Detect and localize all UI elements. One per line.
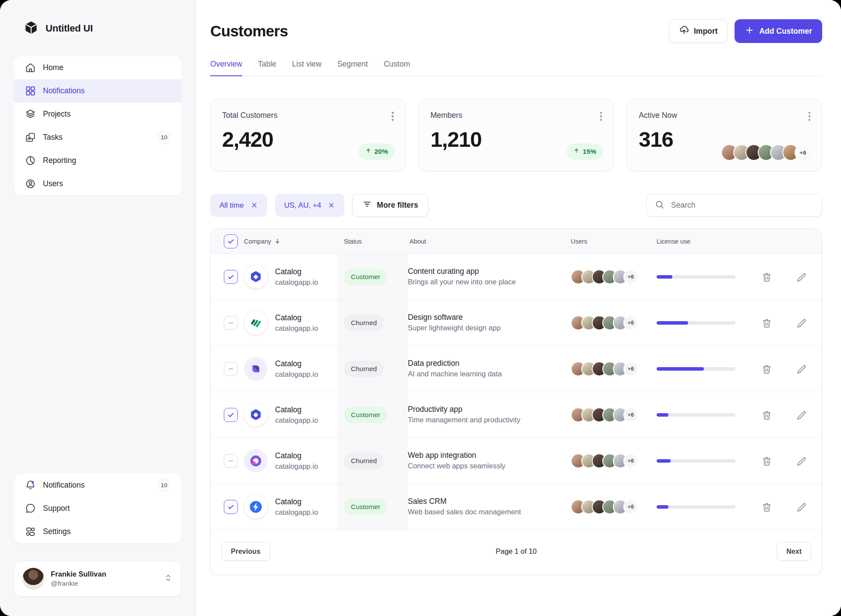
pencil-icon <box>796 410 807 421</box>
column-header-company[interactable]: Company <box>244 237 281 245</box>
about-title: Data prediction <box>408 359 459 368</box>
change-badge: 20% <box>359 143 395 160</box>
sidebar-item-label: Reporting <box>43 156 76 165</box>
delete-button[interactable] <box>760 408 774 422</box>
trash-icon <box>761 272 772 283</box>
sidebar-item-reporting[interactable]: Reporting <box>14 149 181 172</box>
table-row: Catalogcatalogapp.io Customer Content cu… <box>211 254 822 300</box>
tab-segment[interactable]: Segment <box>337 60 368 76</box>
search-input[interactable] <box>670 200 813 210</box>
sidebar-item-projects[interactable]: Projects <box>14 103 181 126</box>
delete-button[interactable] <box>760 362 774 376</box>
row-checkbox[interactable] <box>224 362 238 376</box>
pencil-icon <box>796 456 807 467</box>
pie-chart-icon <box>25 155 36 166</box>
sidebar-item-users[interactable]: Users <box>14 172 181 195</box>
about-subtitle: Web based sales doc management <box>408 508 521 516</box>
search-box <box>646 194 822 217</box>
notifications-count-badge: 10 <box>157 478 171 492</box>
avatar-group: +6 <box>571 269 638 284</box>
company-domain: catalogapp.io <box>275 370 318 378</box>
pencil-icon <box>796 364 807 375</box>
stat-card-members: Members 1,210 15% <box>419 99 614 172</box>
arrow-up-icon <box>365 148 371 156</box>
company-domain: catalogapp.io <box>275 416 318 424</box>
edit-button[interactable] <box>794 270 809 284</box>
tab-custom[interactable]: Custom <box>384 60 410 76</box>
sidebar-item-home[interactable]: Home <box>14 56 181 79</box>
sidebar-item-label: Home <box>43 63 64 72</box>
delete-button[interactable] <box>760 270 774 284</box>
company-name: Catalog <box>275 497 301 506</box>
trash-icon <box>761 502 772 513</box>
select-all-checkbox[interactable] <box>224 234 238 248</box>
edit-button[interactable] <box>794 362 809 376</box>
chevron-selector-icon <box>163 573 173 584</box>
delete-button[interactable] <box>760 500 774 514</box>
table-row: Catalogcatalogapp.io Churned Design soft… <box>211 300 822 346</box>
user-circle-icon <box>25 178 36 190</box>
filter-chip-countries[interactable]: US, AU, +4 <box>275 194 345 217</box>
home-icon <box>25 62 36 74</box>
filter-chip-all-time[interactable]: All time <box>210 194 267 217</box>
more-filters-button[interactable]: More filters <box>352 194 428 217</box>
sidebar-item-tasks[interactable]: Tasks 10 <box>14 126 181 149</box>
tab-list-view[interactable]: List view <box>292 60 322 76</box>
row-checkbox[interactable] <box>224 454 238 468</box>
sidebar-item-notifications-bottom[interactable]: Notifications 10 <box>14 474 181 497</box>
table-header: Company Status About Users License use <box>211 229 822 254</box>
secondary-nav: Notifications 10 Support Settings <box>14 474 181 543</box>
sidebar-item-label: Projects <box>43 110 71 119</box>
status-badge: Customer <box>344 499 387 515</box>
sidebar-item-support[interactable]: Support <box>14 497 181 520</box>
kebab-menu-icon[interactable] <box>807 110 813 123</box>
license-progress-bar <box>657 459 735 463</box>
primary-nav: Home Notifications Projects Tasks 10 Rep… <box>14 56 181 195</box>
sidebar-item-settings[interactable]: Settings <box>14 520 181 543</box>
pencil-icon <box>796 318 807 329</box>
sidebar-item-notifications[interactable]: Notifications <box>14 79 181 103</box>
status-badge: Customer <box>344 269 387 285</box>
delete-button[interactable] <box>760 454 774 468</box>
change-badge: 15% <box>567 143 603 160</box>
about-subtitle: Brings all your new into one place <box>408 278 516 286</box>
tab-overview[interactable]: Overview <box>210 60 242 76</box>
column-header-about: About <box>410 238 426 245</box>
tab-table[interactable]: Table <box>258 60 276 76</box>
import-button[interactable]: Import <box>669 19 728 43</box>
column-header-status: Status <box>344 238 362 245</box>
avatar-group: +6 <box>571 499 638 514</box>
delete-button[interactable] <box>760 316 774 330</box>
company-logo-donut <box>244 449 268 473</box>
customers-table: Company Status About Users License use C… <box>210 228 822 575</box>
avatar-overflow-count: +6 <box>623 407 638 422</box>
table-footer: Previous Page 1 of 10 Next <box>211 530 822 574</box>
edit-button[interactable] <box>794 500 809 514</box>
row-checkbox[interactable] <box>224 270 238 284</box>
stat-label: Active Now <box>639 111 810 120</box>
next-page-button[interactable]: Next <box>777 542 811 561</box>
edit-button[interactable] <box>794 408 809 422</box>
close-icon[interactable] <box>251 202 258 209</box>
about-title: Productivity app <box>408 405 463 414</box>
row-checkbox[interactable] <box>224 316 238 330</box>
edit-button[interactable] <box>794 316 809 330</box>
company-domain: catalogapp.io <box>275 278 318 286</box>
profile-card[interactable]: Frankie Sullivan @frankie <box>14 561 181 597</box>
company-domain: catalogapp.io <box>275 462 318 470</box>
row-checkbox[interactable] <box>224 500 238 514</box>
avatar-group: +6 <box>571 407 638 422</box>
row-checkbox[interactable] <box>224 408 238 422</box>
edit-button[interactable] <box>794 454 809 468</box>
kebab-menu-icon[interactable] <box>598 110 604 123</box>
close-icon[interactable] <box>328 202 335 209</box>
avatar-overflow-count: +6 <box>623 499 638 514</box>
previous-page-button[interactable]: Previous <box>221 542 270 561</box>
about-title: Web app integration <box>408 451 476 460</box>
avatar-overflow-count: +6 <box>623 361 638 376</box>
sort-arrow-down-icon <box>274 237 281 245</box>
status-badge: Churned <box>344 453 384 469</box>
kebab-menu-icon[interactable] <box>390 110 396 123</box>
add-customer-button[interactable]: Add Customer <box>735 19 822 43</box>
company-logo-hexagon <box>244 265 268 289</box>
